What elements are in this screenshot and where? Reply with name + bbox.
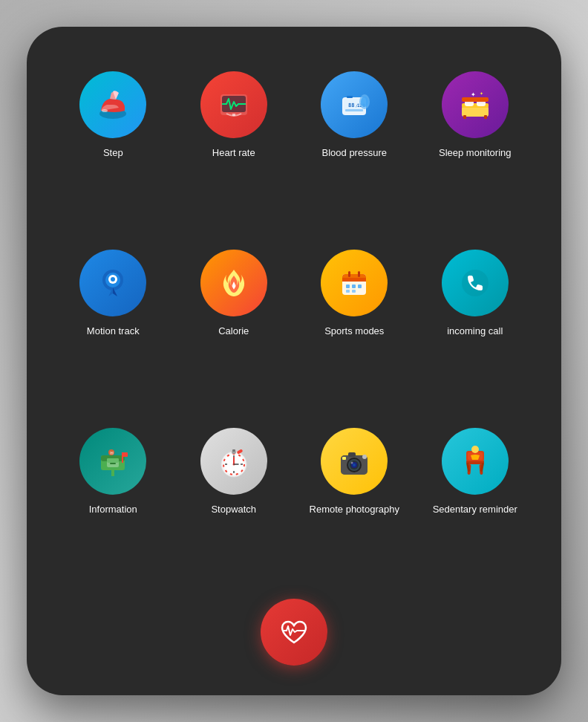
remote-icon-circle [321, 428, 388, 495]
heart-rate-monitor-icon [215, 85, 253, 124]
sports-label: Sports modes [324, 325, 384, 338]
svg-rect-70 [342, 457, 346, 460]
sedentary-icon-circle [442, 428, 509, 495]
blood-pressure-label: Blood pressure [322, 147, 387, 160]
sleep-icon: ✦ ✦ [456, 85, 494, 124]
svg-rect-45 [110, 463, 116, 464]
grid-item-info[interactable]: ✉ Information [56, 428, 170, 584]
svg-rect-63 [348, 452, 356, 457]
camera-icon [335, 442, 373, 481]
svg-text:✦: ✦ [480, 91, 483, 96]
blood-pressure-icon-circle: 88 / 120 [321, 71, 388, 138]
svg-point-69 [351, 462, 353, 464]
svg-rect-32 [346, 284, 350, 288]
grid-item-sports[interactable]: Sports modes [298, 250, 411, 406]
svg-rect-33 [352, 284, 356, 288]
heart-rate-button[interactable] [261, 599, 327, 666]
motion-icon-circle [79, 250, 146, 316]
grid-item-blood-pressure[interactable]: 88 / 120 Blood pressure [298, 71, 411, 227]
grid-item-stopwatch[interactable]: Stopwatch [177, 428, 291, 584]
svg-rect-36 [352, 290, 356, 293]
grid-item-heart-rate[interactable]: Heart rate [177, 71, 291, 227]
grid-item-remote[interactable]: Remote photography [298, 428, 411, 584]
svg-rect-30 [348, 271, 350, 277]
svg-rect-35 [346, 290, 350, 293]
svg-rect-44 [122, 452, 128, 457]
svg-rect-14 [462, 106, 489, 117]
sleep-label: Sleep monitoring [439, 147, 512, 160]
svg-rect-42 [107, 458, 119, 463]
info-label: Information [89, 504, 137, 516]
motion-label: Motion track [87, 325, 140, 338]
svg-rect-20 [484, 115, 487, 119]
call-label: incoming call [447, 325, 503, 338]
svg-point-12 [361, 97, 368, 107]
svg-rect-29 [342, 278, 366, 282]
mailbox-icon: ✉ [94, 442, 132, 481]
step-icon-circle [79, 71, 146, 138]
app-grid: Step Heart rate [56, 71, 532, 584]
call-icon-circle [442, 250, 509, 316]
stopwatch-icon-circle [200, 428, 267, 495]
sports-modes-icon [335, 264, 373, 302]
svg-rect-31 [358, 271, 360, 277]
grid-item-call[interactable]: incoming call [419, 250, 532, 406]
svg-rect-10 [345, 109, 363, 111]
svg-rect-52 [232, 449, 235, 452]
svg-text:✦: ✦ [471, 91, 476, 98]
svg-rect-13 [347, 96, 353, 98]
grid-item-sedentary[interactable]: Sedentary reminder [419, 428, 532, 584]
grid-item-sleep[interactable]: ✦ ✦ Sleep monitoring [419, 71, 532, 227]
svg-rect-34 [358, 284, 362, 288]
grid-item-step[interactable]: Step [56, 71, 170, 227]
info-icon-circle: ✉ [79, 428, 146, 495]
calorie-icon-circle [200, 250, 267, 316]
svg-text:88: 88 [348, 103, 354, 108]
remote-label: Remote photography [310, 504, 399, 516]
sedentary-label: Sedentary reminder [433, 504, 517, 516]
svg-point-37 [462, 270, 489, 296]
svg-point-71 [362, 455, 367, 459]
svg-point-1 [102, 109, 108, 112]
sports-icon-circle [321, 250, 388, 316]
heart-rate-label: Heart rate [212, 147, 255, 160]
stopwatch-icon [215, 442, 253, 481]
svg-rect-19 [463, 115, 466, 119]
blood-pressure-icon: 88 / 120 [335, 85, 373, 124]
location-icon [94, 264, 132, 302]
phone-container: Step Heart rate [27, 27, 561, 695]
step-label: Step [103, 147, 123, 160]
grid-item-motion[interactable]: Motion track [56, 250, 170, 406]
svg-text:✉: ✉ [110, 451, 114, 455]
chair-icon [456, 442, 494, 481]
svg-point-26 [111, 277, 115, 282]
shoe-icon [94, 85, 132, 124]
svg-point-68 [353, 464, 356, 466]
svg-rect-4 [232, 114, 235, 116]
heart-ecg-icon [278, 616, 310, 648]
phone-icon [456, 264, 494, 302]
stopwatch-label: Stopwatch [211, 504, 256, 516]
grid-item-calorie[interactable]: Calorie [177, 250, 291, 406]
svg-point-79 [471, 446, 479, 453]
sleep-icon-circle: ✦ ✦ [442, 71, 509, 138]
heart-rate-icon-circle [200, 71, 267, 138]
calorie-label: Calorie [218, 325, 249, 338]
flame-icon [215, 264, 253, 302]
